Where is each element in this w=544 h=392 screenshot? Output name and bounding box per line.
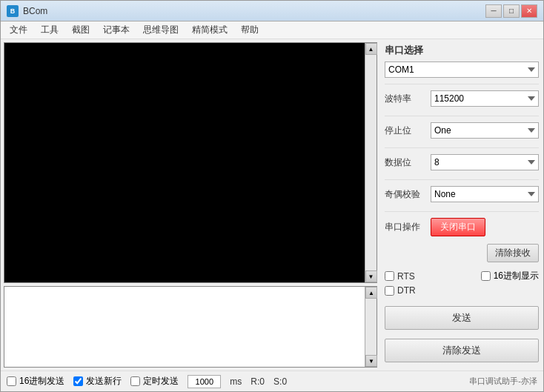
timed-send-checkbox[interactable] bbox=[130, 376, 140, 386]
timed-send-label: 定时发送 bbox=[143, 375, 179, 388]
serial-select-title: 串口选择 bbox=[385, 44, 539, 57]
serial-select-section: 串口选择 COM1 bbox=[385, 44, 539, 78]
stop-bits-select[interactable]: One bbox=[431, 122, 539, 139]
menu-screenshot[interactable]: 截图 bbox=[66, 22, 96, 38]
menu-bar: 文件 工具 截图 记事本 思维导图 精简模式 帮助 bbox=[1, 21, 543, 39]
parity-label: 奇偶校验 bbox=[385, 188, 426, 201]
rts-row: RTS 16进制显示 bbox=[385, 270, 539, 282]
title-text: BCom bbox=[23, 6, 47, 16]
new-line-checkbox[interactable] bbox=[73, 376, 83, 386]
maximize-button[interactable]: □ bbox=[503, 4, 520, 18]
ms-unit: ms bbox=[230, 376, 242, 387]
baud-rate-row: 波特率 115200 bbox=[385, 90, 539, 107]
s-counter: S:0 bbox=[273, 376, 287, 387]
main-content: ▲ ▼ ▲ ▼ 串口选择 COM1 bbox=[1, 39, 543, 371]
send-button[interactable]: 发送 bbox=[385, 306, 539, 330]
port-op-label: 串口操作 bbox=[385, 221, 426, 233]
title-bar: B BCom ─ □ ✕ bbox=[1, 1, 543, 21]
rts-checkbox[interactable] bbox=[385, 271, 394, 281]
menu-help[interactable]: 帮助 bbox=[235, 22, 265, 38]
new-line-row: 发送新行 bbox=[73, 375, 122, 388]
serial-port-select[interactable]: COM1 bbox=[385, 62, 539, 78]
menu-file[interactable]: 文件 bbox=[4, 22, 33, 38]
left-panel: ▲ ▼ ▲ ▼ bbox=[1, 39, 380, 371]
app-icon: B bbox=[7, 5, 19, 17]
baud-rate-select[interactable]: 115200 bbox=[431, 90, 539, 107]
r-counter: R:0 bbox=[251, 376, 265, 387]
hex-display-label: 16进制显示 bbox=[494, 270, 539, 282]
menu-simple-mode[interactable]: 精简模式 bbox=[186, 22, 233, 38]
port-op-row: 串口操作 关闭串口 bbox=[385, 218, 539, 236]
timed-send-interval[interactable] bbox=[188, 375, 221, 388]
rts-label: RTS bbox=[397, 271, 415, 282]
scroll-down-btn[interactable]: ▼ bbox=[365, 270, 377, 282]
terminal-area[interactable]: ▲ ▼ bbox=[4, 42, 377, 283]
stop-bits-label: 停止位 bbox=[385, 124, 426, 137]
right-panel: 串口选择 COM1 波特率 115200 停止位 One bbox=[380, 39, 543, 371]
clear-send-button[interactable]: 清除发送 bbox=[385, 339, 539, 362]
parity-select[interactable]: None bbox=[431, 186, 539, 202]
input-scroll-up-btn[interactable]: ▲ bbox=[365, 287, 377, 299]
scroll-up-btn[interactable]: ▲ bbox=[365, 43, 377, 55]
close-port-button[interactable]: 关闭串口 bbox=[431, 218, 485, 236]
close-button[interactable]: ✕ bbox=[521, 4, 537, 18]
data-bits-label: 数据位 bbox=[385, 156, 426, 169]
timed-send-row: 定时发送 bbox=[130, 375, 179, 388]
new-line-label: 发送新行 bbox=[86, 375, 122, 388]
rts-dtr-section: RTS 16进制显示 DTR bbox=[385, 270, 539, 296]
main-window: B BCom ─ □ ✕ 文件 工具 截图 记事本 思维导图 精简模式 帮助 ▲… bbox=[0, 0, 544, 392]
dtr-checkbox-row: DTR bbox=[385, 285, 416, 296]
menu-notepad[interactable]: 记事本 bbox=[97, 22, 136, 38]
clear-receive-button[interactable]: 清除接收 bbox=[487, 244, 539, 262]
dtr-row: DTR bbox=[385, 285, 539, 296]
minimize-button[interactable]: ─ bbox=[485, 4, 502, 18]
input-area[interactable]: ▲ ▼ bbox=[4, 286, 377, 368]
hex-send-row: 16进制发送 bbox=[7, 375, 64, 388]
input-scroll-track bbox=[365, 299, 377, 355]
hex-display-row: 16进制显示 bbox=[481, 270, 539, 282]
hex-send-checkbox[interactable] bbox=[7, 376, 16, 386]
title-controls: ─ □ ✕ bbox=[485, 4, 537, 18]
rts-checkbox-row: RTS bbox=[385, 271, 415, 282]
scroll-track bbox=[365, 55, 377, 270]
send-input[interactable] bbox=[4, 287, 365, 367]
hex-display-checkbox[interactable] bbox=[481, 271, 491, 281]
baud-rate-label: 波特率 bbox=[385, 93, 426, 105]
menu-mindmap[interactable]: 思维导图 bbox=[137, 22, 185, 38]
data-bits-select[interactable]: 8 bbox=[431, 154, 539, 170]
bottom-bar: 16进制发送 发送新行 定时发送 ms R:0 S:0 串口调试助手-亦泽 bbox=[1, 371, 543, 391]
terminal-scrollbar[interactable]: ▲ ▼ bbox=[365, 43, 377, 282]
footer-text: 串口调试助手-亦泽 bbox=[469, 376, 537, 387]
hex-send-label: 16进制发送 bbox=[19, 375, 64, 388]
dtr-label: DTR bbox=[397, 285, 416, 296]
stop-bits-row: 停止位 One bbox=[385, 122, 539, 139]
parity-row: 奇偶校验 None bbox=[385, 186, 539, 202]
menu-tools[interactable]: 工具 bbox=[35, 22, 64, 38]
dtr-checkbox[interactable] bbox=[385, 286, 394, 296]
input-scroll-down-btn[interactable]: ▼ bbox=[365, 355, 377, 367]
data-bits-row: 数据位 8 bbox=[385, 154, 539, 170]
input-scrollbar[interactable]: ▲ ▼ bbox=[365, 287, 377, 367]
title-bar-left: B BCom bbox=[7, 5, 47, 17]
